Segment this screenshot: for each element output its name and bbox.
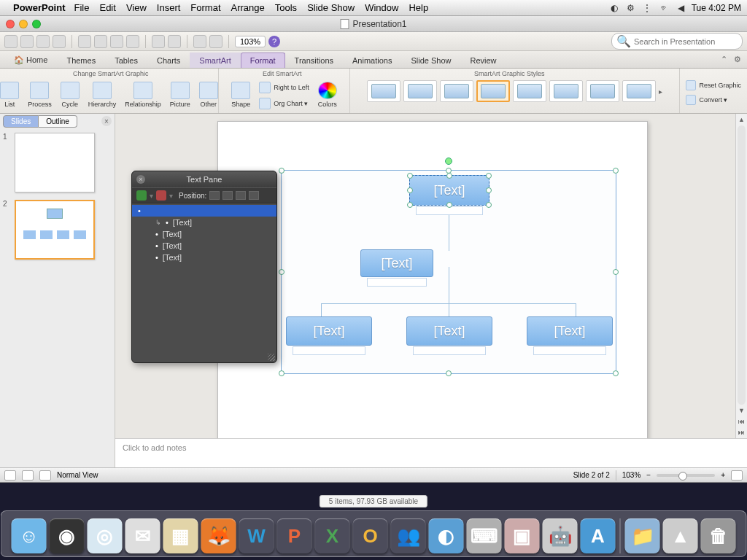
slide-1-preview[interactable] [15,133,95,192]
tab-themes[interactable]: Themes [57,52,105,68]
text-pane-row-2[interactable]: •[Text] [132,228,276,240]
slide-2-preview[interactable] [15,200,95,260]
style-1[interactable] [367,80,400,102]
normal-view-button[interactable] [4,470,16,481]
edit-colors[interactable]: Colors [317,80,338,111]
zoom-value[interactable]: 103% [622,471,641,479]
close-window-button[interactable] [6,20,15,28]
dock-communicator[interactable]: ◐ [429,518,464,553]
convert[interactable]: Convert ▾ [684,93,743,106]
reset-graphic[interactable]: Reset Graphic [684,79,743,92]
org-chart[interactable]: Org Chart ▾ [258,96,311,111]
format-painter-button[interactable] [126,35,139,48]
zoom-field[interactable]: 103% [235,36,266,47]
slide-thumbnail-2[interactable]: 2 [3,200,112,260]
dock-remote[interactable]: ⌨ [467,518,502,553]
open-button[interactable] [20,35,34,48]
thumbnail-tabs[interactable]: Slides Outline [3,115,77,128]
add-bullet-button[interactable] [136,190,147,201]
scroll-down[interactable]: ▼ [736,405,747,416]
handle-s[interactable] [446,370,452,376]
vertical-scrollbar[interactable]: ▲ ▼ ⏮ ⏭ [735,114,747,438]
move-up-button[interactable] [236,191,246,200]
dock-app1[interactable]: ▣ [505,518,540,553]
paste-button[interactable] [110,35,123,48]
scroll-up[interactable]: ▲ [736,114,747,125]
demote-button[interactable] [222,191,233,200]
redo-button[interactable] [168,35,181,48]
zoom-in[interactable]: + [721,471,725,479]
text-pane-row-3[interactable]: •[Text] [132,240,276,252]
wifi-icon[interactable]: ⋮ [643,3,651,13]
style-4-selected[interactable] [476,80,510,102]
menu-insert[interactable]: Insert [157,2,181,13]
dock-dashboard[interactable]: ◉ [50,518,85,553]
smartart-hierarchy[interactable]: Hierarchy [87,80,118,109]
tab-review[interactable]: Review [460,52,506,68]
smartart-other[interactable]: Other [198,80,220,109]
search-input[interactable] [634,37,738,46]
tab-slideshow[interactable]: Slide Show [401,52,460,68]
org-node-assistant[interactable]: [Text] [360,249,433,277]
org-node-child-3[interactable]: [Text] [527,316,613,346]
smartart-list[interactable]: List [0,80,20,109]
print-button[interactable] [53,35,66,48]
media-button[interactable] [209,35,222,48]
dock-folder[interactable]: 📁 [625,518,660,553]
menu-edit[interactable]: Edit [99,2,115,13]
fit-button[interactable] [731,470,743,481]
tab-format[interactable]: Format [241,52,285,68]
smartart-process[interactable]: Process [26,80,53,109]
save-button[interactable] [36,35,50,48]
close-thumbnails[interactable]: × [101,116,112,126]
smartart-cycle[interactable]: Cycle [59,80,81,109]
bluetooth-icon[interactable]: ⚙ [627,3,635,13]
style-6[interactable] [549,80,583,102]
dock-mail[interactable]: ✉ [125,518,160,553]
dock-excel[interactable]: X [315,518,350,553]
dock-preview[interactable]: ▦ [163,518,198,553]
app-menu[interactable]: PowerPoint [13,2,66,13]
sync-icon[interactable]: ◐ [611,3,618,13]
text-pane-row-0[interactable]: • [132,205,276,217]
smartart-picture[interactable]: Picture [169,80,192,109]
style-2[interactable] [403,80,437,102]
presentation-search[interactable]: 🔍 [611,33,743,50]
dock-launchpad[interactable]: ▲ [663,518,698,553]
style-7[interactable] [586,80,619,102]
dock-safari[interactable]: ◎ [88,518,123,553]
rotate-handle[interactable] [445,158,452,165]
style-8[interactable] [622,80,656,102]
dock-powerpoint[interactable]: P [277,518,312,553]
dock-messenger[interactable]: 👥 [391,518,426,553]
smartart-object[interactable]: [Text] [Text] [281,170,616,374]
menu-slideshow[interactable]: Slide Show [307,2,355,13]
smartart-relationship[interactable]: Relationship [123,80,163,109]
dock-automator[interactable]: 🤖 [543,518,578,553]
tab-charts[interactable]: Charts [147,52,190,68]
menu-file[interactable]: File [74,2,90,13]
promote-button[interactable] [209,191,220,200]
org-node-root[interactable]: [Text] [409,175,489,206]
sorter-view-button[interactable] [22,470,34,481]
tab-smartart[interactable]: SmartArt [190,52,240,68]
slide-thumbnail-1[interactable]: 1 [3,133,112,192]
dock-trash[interactable]: 🗑 [701,518,736,553]
text-pane[interactable]: × Text Pane ▾ ▾ Position: • ↳•[Text] •[T… [131,171,277,363]
tab-animations[interactable]: Animations [343,52,401,68]
org-node-child-1[interactable]: [Text] [286,316,372,346]
zoom-window-button[interactable] [32,20,41,28]
text-pane-close[interactable]: × [136,175,145,184]
dock-finder[interactable]: ☺ [12,518,47,553]
text-pane-row-1[interactable]: ↳•[Text] [132,217,276,228]
new-button[interactable] [4,35,18,48]
tab-home[interactable]: 🏠 Home [4,52,57,68]
styles-more[interactable]: ▸ [659,88,662,96]
window-titlebar[interactable]: Presentation1 [0,16,747,32]
handle-e[interactable] [613,269,619,275]
remove-bullet-button[interactable] [156,190,166,201]
handle-se[interactable] [613,370,619,376]
edit-shape[interactable]: Shape [230,80,252,111]
zoom-slider[interactable] [657,474,715,477]
right-to-left[interactable]: Right to Left [258,80,311,95]
